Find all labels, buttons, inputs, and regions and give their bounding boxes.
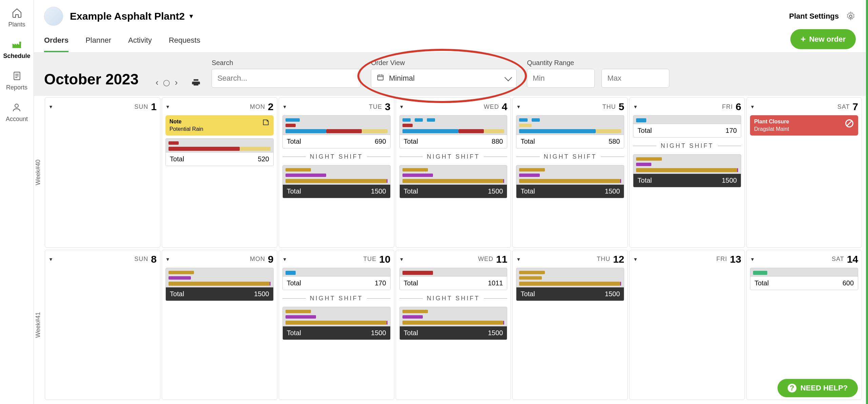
order-block-night[interactable]: Total1500 [633, 154, 741, 187]
search-input[interactable] [212, 69, 361, 88]
new-order-label: New order [809, 35, 846, 44]
day-dow: TUE [363, 256, 376, 263]
order-block-night[interactable]: Total1500 [282, 165, 391, 198]
gear-icon[interactable] [846, 11, 856, 21]
order-view-select[interactable]: Minimal [371, 69, 517, 88]
order-block-night[interactable]: Total1500 [165, 268, 274, 301]
day-cell[interactable]: ▼ WED 4 Total880 NIGHT SHIFT [396, 97, 511, 248]
order-block[interactable]: Total 520 [165, 138, 274, 166]
order-block[interactable]: Total1011 [399, 268, 508, 290]
week-label: Week#40 [34, 97, 43, 248]
quantity-min-input[interactable] [527, 69, 595, 88]
total-row: Total690 [283, 135, 390, 148]
day-cell[interactable]: ▼ TUE 10 Total170 NIGHT SHIFT [279, 250, 394, 400]
order-block[interactable]: Total880 [399, 115, 508, 148]
day-num: 9 [268, 254, 274, 265]
quantity-range-label: Quantity Range [527, 59, 669, 67]
total-row: Total170 [283, 276, 390, 290]
tab-orders[interactable]: Orders [44, 30, 68, 52]
sidebar-item-plants[interactable]: Plants [8, 7, 25, 28]
caret-down-icon[interactable]: ▼ [282, 257, 287, 262]
note-body: Potential Rain [170, 126, 270, 132]
plant-settings-link[interactable]: Plant Settings [789, 12, 839, 21]
caret-down-icon[interactable]: ▼ [399, 104, 404, 109]
order-block-night[interactable]: Total1500 [399, 165, 508, 198]
order-block[interactable]: Total600 [750, 268, 858, 290]
next-month-button[interactable]: › [175, 77, 178, 88]
caret-down-icon[interactable]: ▼ [516, 104, 521, 109]
quantity-max-input[interactable] [601, 69, 669, 88]
total-row: Total1011 [400, 276, 507, 290]
order-block[interactable]: Total170 [282, 268, 391, 290]
total-row: Total1500 [283, 326, 390, 340]
tab-planner[interactable]: Planner [85, 30, 111, 52]
order-block-night[interactable]: Total1500 [282, 307, 391, 340]
day-num: 1 [151, 101, 157, 113]
order-block-night[interactable]: Total1500 [516, 165, 624, 198]
caret-down-icon[interactable]: ▼ [48, 257, 53, 262]
order-block[interactable]: Total580 [516, 115, 624, 148]
caret-down-icon[interactable]: ▼ [516, 257, 521, 262]
plant-selector[interactable]: Example Asphalt Plant2 ▼ [70, 11, 194, 22]
day-cell[interactable]: ▼ FRI 6 Total170 NIGHT SHIFT [629, 97, 745, 248]
day-num: 13 [730, 254, 741, 265]
closure-card[interactable]: Plant Closure Dragslat Maint [750, 115, 858, 136]
day-cell[interactable]: ▼ THU 5 Total580 NIGHT SHIFT [512, 97, 628, 248]
sidebar-label: Schedule [3, 53, 30, 60]
plant-logo[interactable] [44, 7, 63, 26]
svg-point-4 [15, 104, 18, 107]
caret-down-icon[interactable]: ▼ [48, 104, 53, 109]
note-card[interactable]: Note Potential Rain [165, 115, 274, 136]
day-dow: SAT [832, 256, 844, 263]
order-block[interactable]: Total690 [282, 115, 391, 148]
help-button[interactable]: ? NEED HELP? [777, 379, 858, 397]
day-cell[interactable]: ▼ WED 11 Total1011 NIGHT SHIFT [396, 250, 511, 400]
day-cell[interactable]: ▼ SAT 7 Plant Closure Dragslat Maint [746, 97, 862, 248]
new-order-button[interactable]: + New order [790, 29, 856, 49]
svg-line-11 [847, 121, 852, 126]
sidebar-item-account[interactable]: Account [6, 101, 28, 123]
sidebar-item-reports[interactable]: Reports [6, 70, 27, 91]
day-dow: THU [603, 103, 616, 110]
caret-down-icon[interactable]: ▼ [633, 104, 638, 109]
tab-requests[interactable]: Requests [169, 30, 200, 52]
day-dow: SAT [837, 103, 850, 110]
day-cell[interactable]: ▼ MON 9 Total1500 [162, 250, 277, 400]
caret-down-icon[interactable]: ▼ [750, 257, 755, 262]
night-shift-divider: NIGHT SHIFT [282, 295, 391, 302]
print-icon[interactable] [191, 78, 201, 88]
factory-icon [11, 38, 23, 50]
day-cell[interactable]: ▼ SUN 1 [45, 97, 160, 248]
caret-down-icon[interactable]: ▼ [399, 257, 404, 262]
note-icon [262, 119, 270, 126]
day-dow: SUN [134, 103, 148, 110]
day-dow: WED [484, 103, 499, 110]
day-cell[interactable]: ▼ FRI 13 [629, 250, 745, 400]
help-label: NEED HELP? [801, 384, 848, 392]
day-cell[interactable]: ▼ MON 2 Note Potential Rain [162, 97, 277, 248]
sidebar-label: Account [6, 116, 28, 123]
caret-down-icon[interactable]: ▼ [750, 104, 755, 109]
order-block[interactable]: Total170 [633, 115, 741, 138]
day-cell[interactable]: ▼ SAT 14 Total600 [746, 250, 862, 400]
order-block-night[interactable]: Total1500 [399, 307, 508, 340]
day-cell[interactable]: ▼ SUN 8 [45, 250, 160, 400]
prev-month-button[interactable]: ‹ [156, 77, 159, 88]
caret-down-icon[interactable]: ▼ [165, 257, 170, 262]
caret-down-icon[interactable]: ▼ [282, 104, 287, 109]
tab-activity[interactable]: Activity [128, 30, 152, 52]
caret-down-icon[interactable]: ▼ [165, 104, 170, 109]
day-cell[interactable]: ▼ TUE 3 Total690 NIGHT SHIFT [279, 97, 394, 248]
day-num: 11 [496, 254, 507, 265]
caret-down-icon[interactable]: ▼ [633, 257, 638, 262]
day-cell[interactable]: ▼ THU 12 Total1500 [512, 250, 628, 400]
day-dow: TUE [369, 103, 382, 110]
sidebar-item-schedule[interactable]: Schedule [3, 38, 30, 60]
total-row: Total600 [750, 276, 858, 290]
today-button[interactable]: ◯ [163, 79, 170, 86]
total-row: Total1500 [166, 287, 273, 301]
order-view-value: Minimal [389, 74, 415, 83]
day-num: 10 [379, 254, 390, 265]
order-block-night[interactable]: Total1500 [516, 268, 624, 301]
tabs: Orders Planner Activity Requests + New o… [34, 29, 866, 53]
